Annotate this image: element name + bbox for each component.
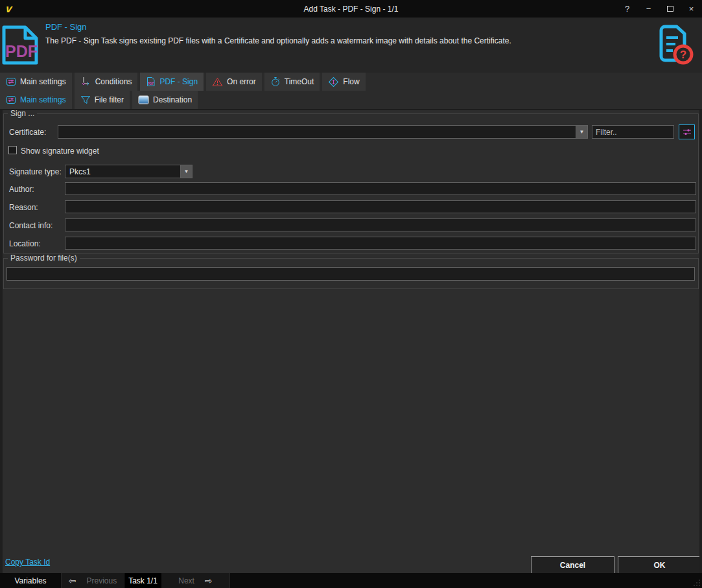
close-button[interactable]: × [681,0,702,18]
chevron-down-icon[interactable]: ▼ [180,165,192,178]
destination-icon [138,95,149,104]
signature-type-value: Pkcs1 [65,167,180,176]
branch-icon [80,76,91,87]
certificate-settings-button[interactable] [679,124,695,139]
tab-timeout[interactable]: TimeOut [264,73,320,91]
pdf-doc-icon: PDF [146,76,156,87]
funnel-icon [80,95,91,105]
status-bar: Variables ⇦ Previous Task 1/1 Next ⇨ [0,573,702,588]
sliders-icon [682,128,692,137]
tab-label: Flow [343,77,359,86]
tab-flow[interactable]: Flow [322,73,365,91]
subtab-file-filter[interactable]: File filter [75,91,130,109]
cancel-button[interactable]: Cancel [531,556,614,573]
reason-label: Reason: [9,203,38,212]
tab-label: Main settings [20,95,66,104]
tab-label: Conditions [95,77,132,86]
svg-text:?: ? [680,49,686,61]
tab-label: On error [227,77,256,86]
task-counter: Task 1/1 [124,573,161,588]
copy-task-id-link[interactable]: Copy Task Id [5,558,50,567]
secondary-tab-bar: Main settings File filter Destination [0,91,702,109]
variables-button[interactable]: Variables [0,573,62,588]
password-group-title: Password for file(s) [8,253,80,263]
tab-label: Main settings [20,77,66,86]
svg-text:PDF: PDF [5,42,38,60]
location-input[interactable] [65,237,696,250]
tab-on-error[interactable]: On error [206,73,262,91]
pdf-sign-settings-panel: Sign ... Certificate: ▼ Show signature w… [3,110,699,573]
minimize-button[interactable]: − [638,0,659,18]
subtab-destination[interactable]: Destination [132,91,198,109]
location-label: Location: [9,239,41,248]
tab-label: File filter [95,95,124,104]
tab-label: Destination [153,95,192,104]
pdf-file-icon: PDF [1,25,42,65]
tab-main-settings[interactable]: Main settings [0,73,72,91]
next-label: Next [178,576,194,585]
tab-label: PDF - Sign [159,77,198,86]
contact-info-input[interactable] [65,218,696,231]
tab-pdf-sign[interactable]: PDF PDF - Sign [140,73,204,91]
resize-grip[interactable] [693,579,701,587]
signature-type-label: Signature type: [9,167,62,176]
maximize-button[interactable] [659,0,681,18]
sliders-icon [6,76,16,87]
show-signature-widget-checkbox[interactable] [8,146,17,154]
chevron-down-icon[interactable]: ▼ [576,126,587,138]
ok-button[interactable]: OK [618,556,699,573]
next-task-button[interactable]: Next ⇨ [161,573,230,588]
previous-label: Previous [87,576,117,585]
previous-task-button[interactable]: ⇦ Previous [62,573,124,588]
reason-input[interactable] [65,200,696,213]
contact-info-label: Contact info: [9,221,53,230]
certificate-filter-input[interactable] [592,125,674,139]
task-title: PDF - Sign [45,22,87,32]
next-arrow-icon: ⇨ [205,576,213,585]
variables-label: Variables [14,576,46,585]
show-signature-widget-label: Show signature widget [21,147,99,156]
title-bar: v Add Task - PDF - Sign - 1/1 ? − × [0,0,702,18]
subtab-main-settings[interactable]: Main settings [0,91,72,109]
tab-conditions[interactable]: Conditions [75,73,138,91]
app-logo-icon: v [5,3,12,14]
help-button[interactable]: ? [616,0,638,18]
window-controls: ? − × [616,0,702,18]
flow-diamond-icon [328,76,339,88]
window-title: Add Task - PDF - Sign - 1/1 [304,5,399,14]
signature-type-dropdown[interactable]: Pkcs1 ▼ [65,165,193,178]
task-description: The PDF - Sign Task signs existing PDF f… [45,36,511,45]
sliders-icon [6,95,16,105]
task-help-icon: ? [651,25,695,66]
task-counter-label: Task 1/1 [128,576,158,585]
stopwatch-icon [270,76,281,87]
sign-group: Sign ... Certificate: ▼ Show signature w… [3,113,699,253]
maximize-icon [667,6,673,12]
svg-text:PDF: PDF [148,82,154,86]
task-header: PDF PDF - Sign The PDF - Sign Task signs… [0,18,702,73]
tab-label: TimeOut [285,77,314,86]
password-group: Password for file(s) [3,258,699,289]
sign-group-title: Sign ... [8,110,37,118]
certificate-dropdown[interactable]: ▼ [58,125,588,139]
password-input[interactable] [6,267,695,281]
author-input[interactable] [65,182,696,195]
warning-icon [212,77,223,87]
author-label: Author: [9,185,34,194]
previous-arrow-icon: ⇦ [69,576,76,585]
content-area: Sign ... Certificate: ▼ Show signature w… [0,110,702,573]
certificate-label: Certificate: [9,128,46,137]
primary-tab-bar: Main settings Conditions PDF PDF - Sign … [0,73,702,91]
